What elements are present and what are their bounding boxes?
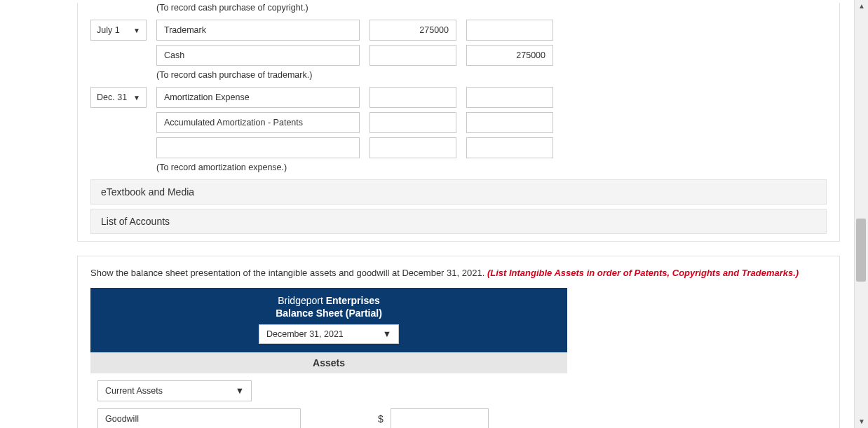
debit-amount-input[interactable] xyxy=(369,45,456,66)
assets-heading: Assets xyxy=(90,352,567,373)
scrollbar-thumb[interactable] xyxy=(856,219,866,282)
company-name: Bridgeport Enterprises xyxy=(90,295,567,306)
chevron-down-icon: ▼ xyxy=(133,27,140,34)
statement-title: Balance Sheet (Partial) xyxy=(90,308,567,319)
date-dropdown[interactable]: July 1 ▼ xyxy=(90,20,147,41)
debit-amount-input[interactable] xyxy=(369,87,456,108)
account-name-input[interactable]: Goodwill xyxy=(97,408,301,428)
credit-amount-input[interactable]: 275000 xyxy=(466,45,553,66)
debit-amount-input[interactable] xyxy=(369,137,456,158)
account-input[interactable]: Cash xyxy=(156,45,360,66)
note-copyright: (To record cash purchase of copyright.) xyxy=(156,3,827,13)
debit-amount-input[interactable] xyxy=(369,112,456,133)
scrollbar[interactable]: ▲ ▼ xyxy=(854,0,868,428)
scroll-down-arrow[interactable]: ▼ xyxy=(855,415,868,428)
credit-amount-input[interactable] xyxy=(466,137,553,158)
scroll-up-arrow[interactable]: ▲ xyxy=(855,0,868,13)
amount-input[interactable] xyxy=(391,408,489,428)
balance-sheet-header: Bridgeport Enterprises Balance Sheet (Pa… xyxy=(90,288,567,352)
question-instruction: Show the balance sheet presentation of t… xyxy=(90,268,827,278)
note-amortization: (To record amortization expense.) xyxy=(156,163,827,172)
note-trademark: (To record cash purchase of trademark.) xyxy=(156,70,827,80)
account-input[interactable]: Accumulated Amortization - Patents xyxy=(156,112,360,133)
balance-sheet-card: Show the balance sheet presentation of t… xyxy=(77,256,840,428)
date-dropdown[interactable]: Dec. 31 ▼ xyxy=(90,87,147,108)
journal-entry-row: July 1 ▼ Trademark 275000 xyxy=(90,20,827,41)
date-value: Dec. 31 xyxy=(97,92,127,102)
etextbook-band[interactable]: eTextbook and Media xyxy=(90,179,827,205)
date-value: July 1 xyxy=(97,25,120,35)
dollar-sign: $ xyxy=(378,413,384,424)
account-input[interactable]: Amortization Expense xyxy=(156,87,360,108)
statement-date-dropdown[interactable]: December 31, 2021 ▼ xyxy=(259,324,399,344)
credit-amount-input[interactable] xyxy=(466,112,553,133)
credit-amount-input[interactable] xyxy=(466,20,553,41)
bs-section-row: Current Assets ▼ xyxy=(97,380,827,401)
account-input[interactable] xyxy=(156,137,360,158)
journal-entry-row: Cash 275000 xyxy=(90,45,827,66)
list-accounts-band[interactable]: List of Accounts xyxy=(90,209,827,234)
debit-amount-input[interactable]: 275000 xyxy=(369,20,456,41)
journal-entry-row xyxy=(90,137,827,158)
journal-entry-row: Accumulated Amortization - Patents xyxy=(90,112,827,133)
chevron-down-icon: ▼ xyxy=(236,386,244,396)
section-dropdown[interactable]: Current Assets ▼ xyxy=(97,380,252,401)
account-input[interactable]: Trademark xyxy=(156,20,360,41)
chevron-down-icon: ▼ xyxy=(133,94,140,102)
credit-amount-input[interactable] xyxy=(466,87,553,108)
chevron-down-icon: ▼ xyxy=(383,329,391,339)
journal-card: (To record cash purchase of copyright.) … xyxy=(77,3,840,242)
journal-entry-row: Dec. 31 ▼ Amortization Expense xyxy=(90,87,827,108)
bs-line-row: Goodwill $ xyxy=(97,408,827,428)
